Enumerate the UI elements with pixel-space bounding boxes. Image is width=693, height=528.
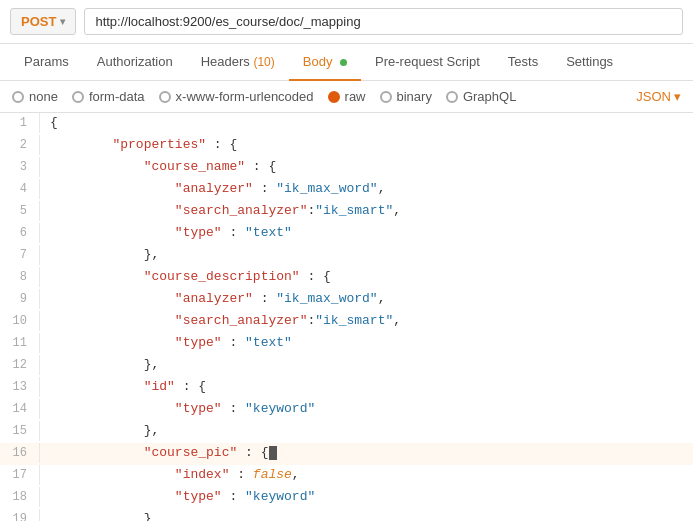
body-type-urlencoded[interactable]: x-www-form-urlencoded: [159, 89, 314, 104]
nav-tabs: Params Authorization Headers (10) Body P…: [0, 44, 693, 81]
body-type-none[interactable]: none: [12, 89, 58, 104]
radio-binary-icon: [380, 91, 392, 103]
radio-none-icon: [12, 91, 24, 103]
radio-graphql-icon: [446, 91, 458, 103]
body-active-dot: [340, 59, 347, 66]
format-label: JSON: [636, 89, 671, 104]
code-line-14: 14 "type" : "keyword": [0, 399, 693, 421]
code-line-19: 19 }: [0, 509, 693, 521]
code-line-15: 15 },: [0, 421, 693, 443]
url-input[interactable]: [84, 8, 683, 35]
url-bar: POST ▾: [0, 0, 693, 44]
code-line-9: 9 "analyzer" : "ik_max_word",: [0, 289, 693, 311]
radio-raw-icon: [328, 91, 340, 103]
code-line-1: 1 {: [0, 113, 693, 135]
body-type-form-data[interactable]: form-data: [72, 89, 145, 104]
code-line-13: 13 "id" : {: [0, 377, 693, 399]
body-type-binary[interactable]: binary: [380, 89, 432, 104]
code-editor[interactable]: 1 { 2 "properties" : { 3 "course_name" :…: [0, 113, 693, 521]
body-type-bar: none form-data x-www-form-urlencoded raw…: [0, 81, 693, 113]
code-line-16: 16 "course_pic" : {: [0, 443, 693, 465]
format-chevron-icon: ▾: [674, 89, 681, 104]
code-line-6: 6 "type" : "text": [0, 223, 693, 245]
body-type-raw[interactable]: raw: [328, 89, 366, 104]
code-line-10: 10 "search_analyzer":"ik_smart",: [0, 311, 693, 333]
tab-params[interactable]: Params: [10, 44, 83, 81]
code-line-8: 8 "course_description" : {: [0, 267, 693, 289]
code-line-5: 5 "search_analyzer":"ik_smart",: [0, 201, 693, 223]
code-line-7: 7 },: [0, 245, 693, 267]
code-line-11: 11 "type" : "text": [0, 333, 693, 355]
code-line-17: 17 "index" : false,: [0, 465, 693, 487]
radio-urlencoded-icon: [159, 91, 171, 103]
tab-body[interactable]: Body: [289, 44, 361, 81]
tab-settings[interactable]: Settings: [552, 44, 627, 81]
code-line-4: 4 "analyzer" : "ik_max_word",: [0, 179, 693, 201]
body-type-graphql[interactable]: GraphQL: [446, 89, 516, 104]
format-selector[interactable]: JSON ▾: [636, 89, 681, 104]
cursor: [269, 446, 277, 460]
method-label: POST: [21, 14, 56, 29]
tab-headers[interactable]: Headers (10): [187, 44, 289, 81]
code-line-12: 12 },: [0, 355, 693, 377]
tab-tests[interactable]: Tests: [494, 44, 552, 81]
code-line-18: 18 "type" : "keyword": [0, 487, 693, 509]
method-selector[interactable]: POST ▾: [10, 8, 76, 35]
code-line-3: 3 "course_name" : {: [0, 157, 693, 179]
tab-pre-request[interactable]: Pre-request Script: [361, 44, 494, 81]
code-line-2: 2 "properties" : {: [0, 135, 693, 157]
tab-authorization[interactable]: Authorization: [83, 44, 187, 81]
method-chevron-icon: ▾: [60, 16, 65, 27]
headers-badge: (10): [253, 55, 274, 69]
radio-form-data-icon: [72, 91, 84, 103]
